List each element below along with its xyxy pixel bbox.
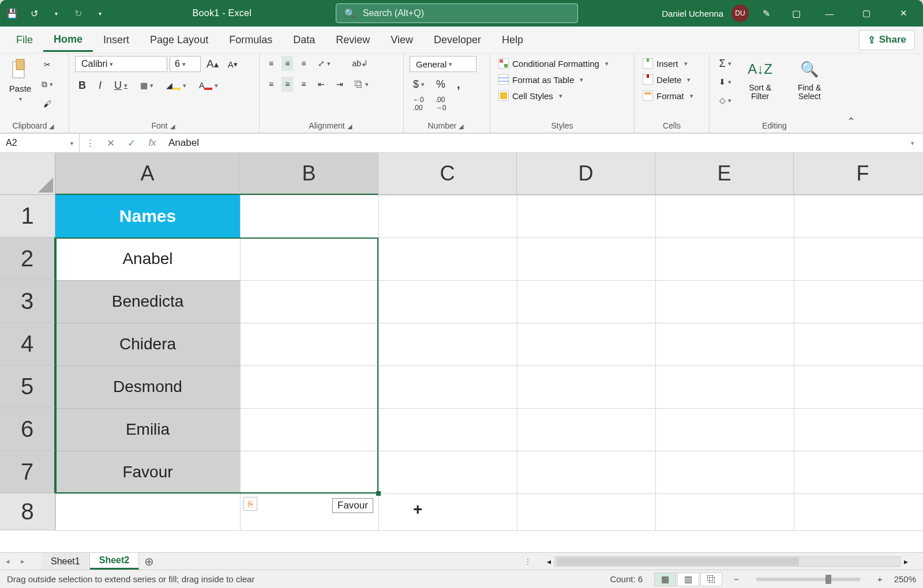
share-button[interactable]: ⇪ Share (859, 30, 915, 50)
align-middle-icon[interactable]: ≡ (282, 56, 293, 71)
underline-button[interactable]: U (111, 78, 131, 93)
close-button[interactable]: ✕ (887, 0, 920, 27)
dialog-launcher-icon[interactable]: ◢ (345, 123, 354, 130)
wrap-text-icon[interactable]: ab↲ (349, 56, 372, 71)
cancel-icon[interactable]: ✕ (100, 137, 121, 149)
new-sheet-button[interactable]: ⊕ (139, 553, 159, 570)
align-top-icon[interactable]: ≡ (265, 56, 277, 71)
column-header-A[interactable]: A (55, 153, 240, 195)
cut-button[interactable]: ✂︎ (38, 57, 57, 72)
zoom-out-icon[interactable]: − (734, 574, 739, 584)
undo-more-icon[interactable]: ▾ (47, 5, 65, 22)
name-box[interactable]: A2 ▾ (0, 134, 80, 152)
decrease-decimal-icon[interactable]: .00→0 (432, 96, 450, 111)
column-header-C[interactable]: C (378, 153, 517, 195)
increase-decimal-icon[interactable]: ←0.00 (410, 96, 427, 111)
options-icon[interactable]: ⋮ (80, 137, 100, 149)
sheet-tab-sheet1[interactable]: Sheet1 (42, 553, 90, 570)
row-header-8[interactable]: 8 (0, 493, 55, 530)
row-header-1[interactable]: 1 (0, 195, 55, 238)
maximize-button[interactable]: ▢ (850, 0, 883, 27)
dialog-launcher-icon[interactable]: ◢ (168, 123, 177, 130)
worksheet-grid[interactable]: ABCDEF 12345678 NamesAnabelBenedictaChid… (0, 153, 923, 552)
orientation-icon[interactable]: ⤢ (314, 56, 334, 71)
comma-icon[interactable]: , (453, 77, 464, 92)
tab-home[interactable]: Home (43, 28, 93, 52)
copy-button[interactable]: ⧉ (38, 77, 57, 92)
tab-review[interactable]: Review (325, 29, 380, 51)
autofill-options-icon[interactable]: ⎘ (243, 497, 257, 511)
coming-soon-icon[interactable]: ✎ (753, 5, 779, 22)
ribbon-display-icon[interactable]: ▢ (783, 5, 809, 22)
tab-data[interactable]: Data (283, 29, 325, 51)
column-header-F[interactable]: F (794, 153, 923, 195)
zoom-level[interactable]: 250% (894, 574, 916, 584)
search-input[interactable]: 🔍 Search (Alt+Q) (336, 3, 578, 23)
decrease-font-icon[interactable]: A▾ (224, 56, 241, 71)
expand-formula-icon[interactable]: ▾ (902, 140, 923, 147)
view-page-layout-icon[interactable]: ▥ (677, 572, 699, 586)
font-size-input[interactable]: 6 (170, 56, 201, 72)
row-header-5[interactable]: 5 (0, 365, 55, 408)
autosum-icon[interactable]: Σ (715, 56, 735, 71)
row-header-6[interactable]: 6 (0, 408, 55, 451)
row-header-4[interactable]: 4 (0, 323, 55, 365)
hscroll-thumb[interactable] (557, 557, 799, 566)
fill-color-button[interactable]: ◢ (163, 78, 190, 93)
row-header-2[interactable]: 2 (0, 238, 55, 280)
increase-indent-icon[interactable]: ⇥ (333, 77, 347, 92)
tab-page-layout[interactable]: Page Layout (140, 29, 219, 51)
view-page-break-icon[interactable]: ⿻ (700, 572, 722, 586)
merge-center-icon[interactable]: ⿻ (351, 77, 372, 92)
bold-button[interactable]: B (75, 78, 89, 93)
sheet-nav-first-icon[interactable]: ◂ (0, 553, 15, 570)
fill-handle[interactable] (376, 491, 381, 496)
sort-filter-button[interactable]: A↓Z Sort & Filter (738, 56, 782, 103)
tab-view[interactable]: View (380, 29, 423, 51)
account-name[interactable]: Daniel Uchenna (662, 9, 723, 18)
number-format-select[interactable]: General (410, 56, 476, 72)
qat-customize-icon[interactable]: ▾ (91, 5, 108, 22)
avatar[interactable]: DU (731, 5, 749, 22)
tab-file[interactable]: File (6, 29, 43, 51)
decrease-indent-icon[interactable]: ⇤ (314, 77, 328, 92)
collapse-ribbon-icon[interactable]: ⌃ (839, 54, 862, 133)
column-header-B[interactable]: B (240, 153, 378, 195)
insert-cells-button[interactable]: Insert (640, 57, 703, 70)
increase-font-icon[interactable]: A▴ (203, 56, 222, 71)
dialog-launcher-icon[interactable]: ◢ (456, 123, 466, 130)
font-name-input[interactable]: Calibri (75, 56, 167, 72)
sheet-tab-sheet2[interactable]: Sheet2 (90, 553, 139, 570)
conditional-formatting-button[interactable]: Conditional Formatting (496, 57, 628, 70)
row-header-7[interactable]: 7 (0, 451, 55, 493)
fx-icon[interactable]: fx (142, 137, 163, 149)
align-right-icon[interactable]: ≡ (298, 77, 309, 92)
font-color-button[interactable]: A (196, 78, 222, 93)
cell-styles-button[interactable]: Cell Styles (496, 89, 628, 102)
column-header-E[interactable]: E (655, 153, 794, 195)
tab-help[interactable]: Help (491, 29, 534, 51)
align-bottom-icon[interactable]: ≡ (298, 56, 309, 71)
italic-button[interactable]: I (95, 78, 105, 93)
redo-button[interactable]: ↻ (69, 5, 87, 22)
zoom-thumb[interactable] (826, 575, 831, 584)
column-header-D[interactable]: D (517, 153, 655, 195)
align-center-icon[interactable]: ≡ (282, 77, 293, 92)
percent-icon[interactable]: % (433, 77, 449, 92)
enter-icon[interactable]: ✓ (121, 137, 142, 149)
find-select-button[interactable]: 🔍 Find & Select (785, 56, 834, 103)
sheet-nav-prev-icon[interactable]: ▸ (15, 553, 30, 570)
formula-input[interactable]: Anabel (163, 137, 902, 149)
currency-icon[interactable]: $ (410, 77, 428, 92)
row-header-3[interactable]: 3 (0, 280, 55, 323)
horizontal-scrollbar[interactable] (554, 556, 901, 567)
cell-A1-header[interactable]: Names (55, 195, 240, 238)
format-cells-button[interactable]: Format (640, 89, 703, 102)
tab-formulas[interactable]: Formulas (219, 29, 283, 51)
align-left-icon[interactable]: ≡ (265, 77, 277, 92)
view-normal-icon[interactable]: ▦ (654, 572, 676, 586)
zoom-in-icon[interactable]: + (877, 574, 883, 584)
select-all-corner[interactable] (0, 153, 55, 195)
delete-cells-button[interactable]: Delete (640, 73, 703, 86)
format-as-table-button[interactable]: Format as Table (496, 73, 628, 86)
